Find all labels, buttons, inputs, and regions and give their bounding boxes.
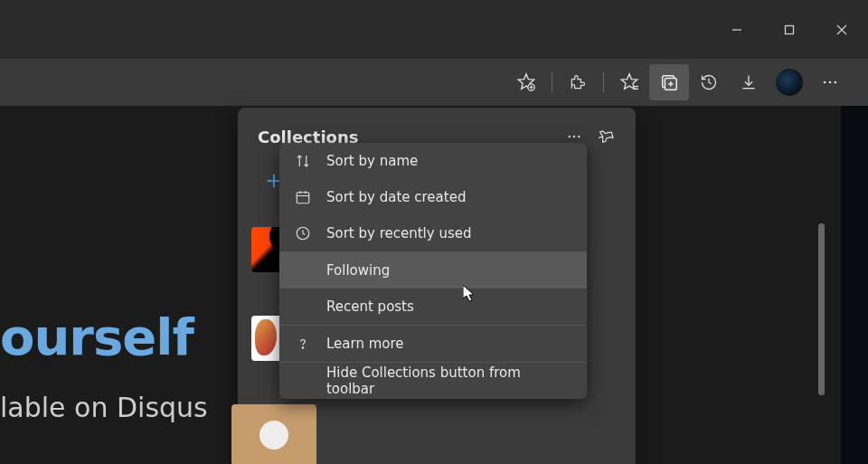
- svg-point-17: [835, 81, 837, 84]
- menu-item-label: Hide Collections button from toolbar: [326, 365, 572, 397]
- menu-recent-posts[interactable]: Recent posts: [279, 289, 587, 325]
- menu-item-label: Sort by name: [326, 153, 418, 169]
- menu-following[interactable]: Following: [279, 252, 587, 289]
- favorites-list-button[interactable]: [609, 64, 649, 100]
- toolbar-divider: [552, 72, 552, 92]
- toolbar: [0, 59, 868, 106]
- menu-item-label: Learn more: [326, 336, 404, 352]
- menu-sort-recent[interactable]: Sort by recently used: [279, 215, 587, 251]
- add-favorite-button[interactable]: [506, 64, 546, 100]
- profile-avatar[interactable]: [776, 69, 803, 96]
- collections-button[interactable]: [649, 64, 689, 100]
- svg-point-19: [573, 136, 575, 137]
- menu-item-label: Sort by recently used: [326, 225, 472, 241]
- history-button[interactable]: [689, 64, 729, 100]
- calendar-icon: [294, 189, 312, 205]
- menu-item-label: Sort by date created: [326, 189, 466, 205]
- toolbar-divider: [603, 72, 604, 92]
- page-heading: ourself: [0, 308, 208, 366]
- svg-rect-23: [297, 193, 309, 204]
- page-subheading: lable on Disqus: [0, 392, 208, 423]
- panel-pin-button[interactable]: [590, 120, 623, 153]
- svg-point-15: [824, 81, 826, 84]
- sort-alpha-icon: [294, 153, 312, 169]
- collections-context-menu: Sort by name Sort by date created Sort b…: [279, 143, 587, 399]
- maximize-button[interactable]: [763, 12, 816, 48]
- menu-learn-more[interactable]: Learn more: [279, 326, 587, 362]
- scrollbar-thumb[interactable]: [818, 223, 825, 395]
- downloads-button[interactable]: [729, 64, 769, 100]
- menu-hide-button[interactable]: Hide Collections button from toolbar: [279, 363, 587, 399]
- menu-item-label: Recent posts: [326, 298, 414, 315]
- menu-sort-date[interactable]: Sort by date created: [279, 179, 587, 215]
- minimize-button[interactable]: [711, 12, 763, 48]
- svg-point-28: [302, 347, 304, 349]
- svg-rect-1: [786, 25, 794, 33]
- menu-sort-name[interactable]: Sort by name: [279, 143, 587, 179]
- extensions-button[interactable]: [558, 64, 598, 100]
- close-button[interactable]: [816, 12, 868, 48]
- question-icon: [294, 336, 312, 352]
- more-button[interactable]: [810, 64, 850, 100]
- collection-thumb[interactable]: [231, 404, 316, 464]
- svg-point-20: [578, 136, 580, 137]
- svg-point-16: [829, 81, 832, 84]
- window-titlebar: [0, 0, 868, 59]
- page-promo: ourself lable on Disqus: [0, 308, 208, 423]
- svg-point-18: [569, 136, 571, 137]
- clock-icon: [294, 225, 312, 241]
- menu-item-label: Following: [326, 262, 390, 279]
